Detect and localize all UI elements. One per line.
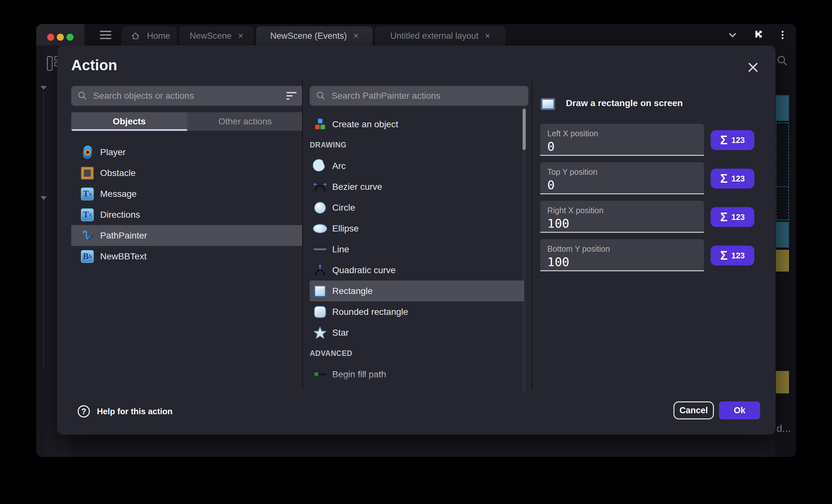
clipped-item-icon [313,388,327,391]
field-row-top-y-position: Top Y position0Σ123 [540,162,765,195]
tab-close-icon[interactable]: × [238,31,243,40]
action-row-bezier-curve[interactable]: Bezier curve [310,176,524,197]
help-link[interactable]: ? Help for this action [78,405,172,417]
magnifier-icon[interactable] [775,54,789,68]
minimize-traffic-light[interactable] [57,34,64,41]
kebab-menu-icon[interactable] [776,28,790,42]
expression-123-label: 123 [731,136,745,145]
help-label: Help for this action [97,407,172,417]
sigma-icon: Σ [720,134,728,146]
action-label: Ellipse [332,223,359,234]
group-header-advanced: ADVANCED [310,343,524,364]
action-list: Create an objectDRAWINGArcBezier curveCi… [310,114,524,391]
close-icon[interactable] [744,58,762,76]
action-row-item[interactable] [310,385,524,391]
selection-dashed-outline [776,122,789,220]
action-row-quadratic-curve[interactable]: Quadratic curve [310,260,524,281]
expression-editor-button[interactable]: Σ123 [711,207,754,227]
field-label: Right X position [547,206,704,215]
field-left-x-position[interactable]: Left X position0 [540,124,704,156]
help-question-icon: ? [78,405,90,417]
editor-tabs: HomeNewScene×NewScene (Events)×Untitled … [122,24,505,46]
extensions-puzzle-icon[interactable] [751,28,764,42]
rectangle-action-icon [541,97,555,111]
event-connector-line [43,91,44,369]
actions-search-input[interactable] [331,90,522,101]
action-row-arc[interactable]: Arc [310,156,524,176]
tab-close-icon[interactable]: × [485,31,490,40]
chevron-down-icon[interactable] [725,28,739,42]
field-bottom-y-position[interactable]: Bottom Y position100 [540,239,704,271]
star-icon [313,326,327,340]
object-row-player[interactable]: Player [71,142,303,163]
objects-search-box [71,86,303,106]
path-painter-icon [80,229,94,243]
objects-search-input[interactable] [93,90,281,101]
zoom-traffic-light[interactable] [67,34,74,41]
scrollbar-track[interactable] [523,107,526,391]
field-row-right-x-position: Right X position100Σ123 [540,201,765,234]
scene-editor-right-strip [775,46,796,457]
tab-label: Untitled external layout [390,31,478,41]
action-row-ellipse[interactable]: Ellipse [310,218,524,239]
hamburger-menu-icon[interactable] [100,29,114,41]
scene-block-olive [776,371,789,393]
object-row-obstacle[interactable]: Obstacle [71,163,303,184]
expander-triangle-icon[interactable] [41,86,47,90]
action-label: Bezier curve [332,182,382,192]
rectangle-icon [313,284,327,298]
field-top-y-position[interactable]: Top Y position0 [540,162,704,194]
action-row-rectangle[interactable]: Rectangle [310,281,524,301]
dialog-tab-objects[interactable]: Objects [71,112,187,131]
action-row-begin-fill-path[interactable]: Begin fill path [310,364,524,385]
search-icon [78,91,87,101]
action-row-line[interactable]: Line [310,239,524,260]
expander-triangle-icon[interactable] [41,196,47,200]
action-description: Draw a rectangle on screen [566,98,683,108]
tab-untitled-external-layout[interactable]: Untitled external layout× [375,26,505,46]
tab-newscene[interactable]: NewScene× [179,26,254,46]
filter-icon[interactable] [286,92,296,100]
action-row-circle[interactable]: Circle [310,197,524,218]
sigma-icon: Σ [720,249,728,262]
scrollbar-thumb[interactable] [523,109,526,150]
object-label: NewBBText [100,251,147,262]
action-label: Arc [332,161,346,171]
action-row-create-an-object[interactable]: Create an object [310,114,524,135]
scene-block-olive [776,250,789,272]
expression-editor-button[interactable]: Σ123 [711,130,754,150]
field-value[interactable]: 100 [547,255,704,269]
sigma-icon: Σ [720,172,728,185]
close-traffic-light[interactable] [47,34,54,41]
dialog-tab-other-actions[interactable]: Other actions [187,112,303,131]
circle-icon [313,201,327,215]
cancel-button[interactable]: Cancel [673,401,714,419]
object-label: Message [100,189,137,199]
object-row-pathpainter[interactable]: PathPainter [71,225,303,246]
expression-editor-button[interactable]: Σ123 [711,246,754,265]
action-row-rounded-rectangle[interactable]: Rounded rectangle [310,301,524,322]
object-row-newbbtext[interactable]: BbNewBBText [71,246,303,267]
tab-home[interactable]: Home [122,26,177,46]
action-row-star[interactable]: Star [310,322,524,343]
selection-dashed-divider [777,186,788,187]
arc-icon [313,159,327,173]
clipped-background-text: d... [777,423,796,435]
object-row-directions[interactable]: TxDirections [71,204,303,225]
object-label: Obstacle [100,168,136,178]
traffic-light-panel [36,24,84,46]
object-row-message[interactable]: TxMessage [71,184,303,204]
object-panel-tabs: ObjectsOther actions [71,112,303,131]
field-right-x-position[interactable]: Right X position100 [540,201,704,233]
field-value[interactable]: 0 [547,139,704,153]
action-label: Rounded rectangle [332,307,408,317]
sigma-icon: Σ [720,211,728,223]
field-label: Left X position [547,129,704,138]
expression-editor-button[interactable]: Σ123 [711,169,754,189]
field-value[interactable]: 100 [547,217,704,230]
tab-newscene-events[interactable]: NewScene (Events)× [256,26,373,46]
field-value[interactable]: 0 [547,178,704,192]
tab-close-icon[interactable]: × [354,31,359,40]
ok-button[interactable]: Ok [719,401,760,419]
tab-label: NewScene (Events) [270,31,347,41]
